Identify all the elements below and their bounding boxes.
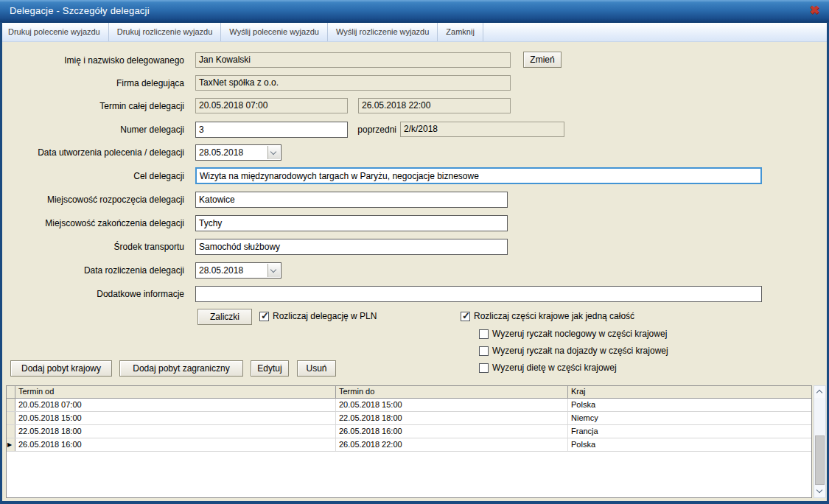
creation-date-label: Data utworzenia polecenia / delegacji [0, 147, 184, 158]
window-border-left [0, 22, 2, 504]
cell-country: Francja [568, 425, 811, 438]
cell-term-to: 26.05.2018 16:00 [336, 425, 568, 438]
number-label: Numer delegacji [0, 125, 184, 135]
settlement-date-label: Data rozliczenia delegacji [0, 265, 184, 276]
chevron-down-icon [816, 487, 822, 493]
transport-input[interactable]: Samochód służbowy [195, 239, 508, 255]
add-foreign-stay-button[interactable]: Dodaj pobyt zagraniczny [119, 360, 243, 377]
company-label: Firma delegująca [0, 78, 184, 88]
toolbar-button-print-travel-settlement[interactable]: Drukuj rozliczenie wyjazdu [109, 23, 222, 41]
column-header-country[interactable]: Kraj [568, 386, 811, 398]
end-city-label: Miejscowość zakończenia delegacji [0, 218, 184, 228]
checkbox-icon [479, 363, 489, 373]
chevron-down-icon [270, 267, 276, 273]
checkbox-zero-commute-lump-sum[interactable]: Wyzeruj ryczałt na dojazdy w części kraj… [479, 346, 668, 356]
checkbox-icon [479, 346, 489, 356]
delegation-details-window: Delegacje - Szczegóły delegacji ✖ Drukuj… [0, 0, 829, 504]
cell-term-from: 26.05.2018 16:00 [15, 438, 336, 451]
scroll-up-button[interactable] [814, 386, 825, 398]
row-selector-cell: ▶ [7, 438, 15, 451]
cell-term-from: 20.05.2018 07:00 [15, 399, 336, 411]
stays-table: Termin od Termin do Kraj 20.05.2018 07:0… [6, 385, 812, 498]
checkbox-settle-domestic-as-whole[interactable]: ✓ Rozliczaj części krajowe jak jedną cał… [461, 311, 634, 321]
start-city-label: Miejscowość rozpoczęcia delegacji [0, 195, 184, 205]
creation-date-value: 28.05.2018 [199, 147, 243, 158]
settlement-date-combo[interactable]: 28.05.2018 [195, 262, 281, 279]
additional-info-input[interactable] [195, 286, 762, 302]
delegate-name-field: Jan Kowalski [195, 52, 511, 68]
cell-term-to: 22.05.2018 18:00 [336, 412, 568, 424]
scroll-down-button[interactable] [814, 486, 825, 497]
chevron-up-icon [816, 390, 822, 396]
checkbox-icon: ✓ [259, 312, 269, 321]
creation-date-combo[interactable]: 28.05.2018 [195, 144, 281, 161]
cell-country: Niemcy [568, 412, 811, 424]
window-border-bottom [0, 501, 829, 504]
chevron-down-icon [270, 149, 276, 155]
cell-term-to: 20.05.2018 15:00 [336, 399, 568, 411]
row-selector-cell [7, 425, 15, 438]
cell-term-from: 22.05.2018 18:00 [15, 425, 336, 438]
creation-date-dropdown-button[interactable] [267, 146, 280, 159]
window-title: Delegacje - Szczegóły delegacji [10, 5, 150, 16]
checkbox-icon: ✓ [461, 312, 470, 321]
transport-label: Środek transportu [0, 242, 184, 252]
checkbox-zero-lodging-lump-sum[interactable]: Wyzeruj ryczałt noclegowy w części krajo… [479, 329, 667, 339]
toolbar-button-print-travel-order[interactable]: Drukuj polecenie wyjazdu [0, 23, 109, 41]
term-from-field: 20.05.2018 07:00 [195, 98, 348, 113]
end-city-input[interactable]: Tychy [195, 215, 508, 231]
cell-term-from: 20.05.2018 15:00 [15, 412, 336, 424]
settlement-date-value: 28.05.2018 [199, 265, 243, 276]
scrollbar-thumb[interactable] [815, 435, 825, 485]
row-selector-cell [7, 412, 15, 424]
change-delegate-button[interactable]: Zmień [523, 52, 562, 68]
cell-country: Polska [568, 438, 811, 451]
start-city-input[interactable]: Katowice [195, 192, 508, 208]
edit-stay-button[interactable]: Edytuj [251, 360, 289, 377]
company-field: TaxNet spółka z o.o. [195, 75, 511, 91]
table-row[interactable]: 20.05.2018 15:00 22.05.2018 18:00 Niemcy [7, 412, 811, 425]
previous-number-label: poprzedni [317, 125, 396, 135]
previous-number-field: 2/k/2018 [400, 122, 564, 137]
additional-info-label: Dodatkowe informacje [0, 289, 184, 299]
table-row[interactable]: 20.05.2018 07:00 20.05.2018 15:00 Polska [7, 399, 811, 412]
purpose-input[interactable]: Wizyta na międzynarodowych targach w Par… [195, 167, 762, 184]
titlebar: Delegacje - Szczegóły delegacji ✖ [0, 0, 829, 22]
toolbar-button-close[interactable]: Zamknij [438, 23, 483, 41]
table-row-selected[interactable]: ▶ 26.05.2018 16:00 26.05.2018 22:00 Pols… [7, 438, 811, 452]
term-label: Termin całej delegacji [0, 101, 184, 111]
add-domestic-stay-button[interactable]: Dodaj pobyt krajowy [10, 360, 112, 377]
stays-table-header: Termin od Termin do Kraj [7, 386, 811, 399]
toolbar-button-send-travel-order[interactable]: Wyślij polecenie wyjazdu [221, 23, 328, 41]
toolbar-button-send-travel-settlement[interactable]: Wyślij rozliczenie wyjazdu [328, 23, 438, 41]
selector-column-header [7, 386, 15, 398]
column-header-term-from[interactable]: Termin od [15, 386, 336, 398]
cell-term-to: 26.05.2018 22:00 [336, 438, 568, 451]
toolbar: Drukuj polecenie wyjazdu Drukuj rozlicze… [0, 22, 829, 42]
vertical-scrollbar[interactable] [814, 385, 826, 498]
cell-country: Polska [568, 399, 811, 411]
term-to-field: 26.05.2018 22:00 [358, 98, 511, 113]
column-header-term-to[interactable]: Termin do [336, 386, 568, 398]
checkbox-icon [479, 329, 489, 339]
table-row[interactable]: 22.05.2018 18:00 26.05.2018 16:00 Francj… [7, 425, 811, 438]
advances-button[interactable]: Zaliczki [197, 309, 252, 325]
row-selector-arrow-icon: ▶ [7, 441, 12, 448]
purpose-label: Cel delegacji [0, 171, 184, 181]
delegate-name-label: Imię i nazwisko delegowanego [0, 55, 184, 66]
close-icon[interactable]: ✖ [810, 4, 819, 17]
settlement-date-dropdown-button[interactable] [267, 264, 280, 277]
checkbox-settle-in-pln[interactable]: ✓ Rozliczaj delegację w PLN [259, 311, 377, 321]
checkbox-zero-diet[interactable]: Wyzeruj dietę w części krajowej [479, 363, 617, 373]
delete-stay-button[interactable]: Usuń [297, 360, 336, 377]
row-selector-cell [7, 399, 15, 411]
